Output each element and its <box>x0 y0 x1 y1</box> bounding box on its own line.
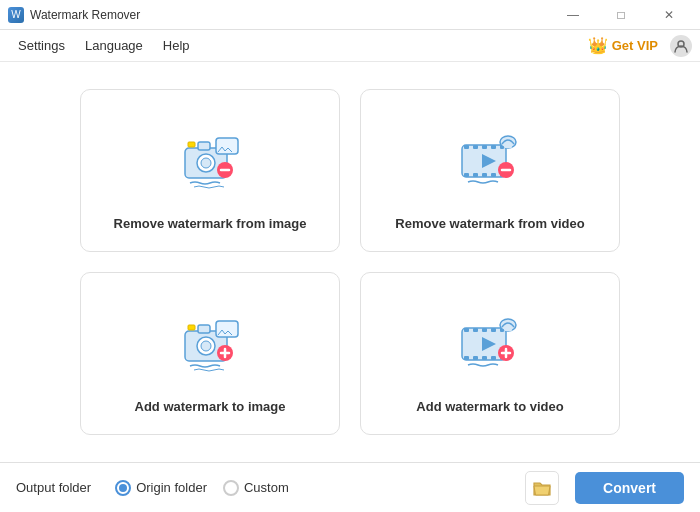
svg-rect-4 <box>198 142 210 150</box>
card-remove-image[interactable]: Remove watermark from image <box>80 89 340 252</box>
card-add-video[interactable]: Add watermark to video <box>360 272 620 435</box>
convert-button[interactable]: Convert <box>575 472 684 504</box>
app-icon: W <box>8 7 24 23</box>
add-video-icon <box>450 303 530 383</box>
svg-rect-29 <box>188 325 195 330</box>
card-remove-video[interactable]: Remove watermark from video <box>360 89 620 252</box>
radio-group: Origin folder Custom <box>115 480 289 496</box>
app-title: Watermark Remover <box>30 8 550 22</box>
feature-grid: Remove watermark from image <box>80 89 620 435</box>
svg-rect-10 <box>464 145 469 149</box>
maximize-button[interactable]: □ <box>598 0 644 30</box>
svg-rect-17 <box>482 173 487 177</box>
close-button[interactable]: ✕ <box>646 0 692 30</box>
svg-rect-42 <box>482 356 487 360</box>
remove-video-icon <box>450 120 530 200</box>
menu-help[interactable]: Help <box>153 34 200 57</box>
svg-rect-40 <box>464 356 469 360</box>
svg-rect-43 <box>491 356 496 360</box>
svg-point-3 <box>201 158 211 168</box>
radio-origin-label: Origin folder <box>136 480 207 495</box>
svg-rect-41 <box>473 356 478 360</box>
card-add-image[interactable]: Add watermark to image <box>80 272 340 435</box>
output-folder-label: Output folder <box>16 480 91 495</box>
bottom-bar: Output folder Origin folder Custom Conve… <box>0 462 700 512</box>
add-image-icon <box>170 303 250 383</box>
svg-point-27 <box>201 341 211 351</box>
card-remove-image-label: Remove watermark from image <box>114 216 307 231</box>
radio-custom-dot <box>223 480 239 496</box>
minimize-button[interactable]: — <box>550 0 596 30</box>
svg-rect-5 <box>188 142 195 147</box>
browse-folder-button[interactable] <box>525 471 559 505</box>
svg-rect-18 <box>491 173 496 177</box>
remove-image-icon <box>170 120 250 200</box>
svg-rect-38 <box>491 328 496 332</box>
svg-rect-30 <box>216 321 238 337</box>
title-bar: W Watermark Remover — □ ✕ <box>0 0 700 30</box>
radio-origin-dot <box>115 480 131 496</box>
menu-bar: Settings Language Help 👑 Get VIP <box>0 30 700 62</box>
card-remove-video-label: Remove watermark from video <box>395 216 584 231</box>
svg-rect-12 <box>482 145 487 149</box>
menu-language[interactable]: Language <box>75 34 153 57</box>
radio-origin[interactable]: Origin folder <box>115 480 207 496</box>
window-controls: — □ ✕ <box>550 0 692 30</box>
svg-rect-16 <box>473 173 478 177</box>
radio-custom-label: Custom <box>244 480 289 495</box>
svg-rect-13 <box>491 145 496 149</box>
get-vip-button[interactable]: 👑 Get VIP <box>588 36 658 55</box>
svg-rect-28 <box>198 325 210 333</box>
user-icon[interactable] <box>670 35 692 57</box>
radio-custom[interactable]: Custom <box>223 480 289 496</box>
crown-icon: 👑 <box>588 36 608 55</box>
svg-rect-36 <box>473 328 478 332</box>
svg-rect-15 <box>464 173 469 177</box>
menu-bar-right: 👑 Get VIP <box>588 35 692 57</box>
svg-rect-11 <box>473 145 478 149</box>
card-add-image-label: Add watermark to image <box>135 399 286 414</box>
main-content: Remove watermark from image <box>0 62 700 462</box>
svg-rect-35 <box>464 328 469 332</box>
menu-settings[interactable]: Settings <box>8 34 75 57</box>
svg-rect-6 <box>216 138 238 154</box>
folder-icon <box>532 479 552 497</box>
svg-rect-37 <box>482 328 487 332</box>
card-add-video-label: Add watermark to video <box>416 399 563 414</box>
vip-label: Get VIP <box>612 38 658 53</box>
